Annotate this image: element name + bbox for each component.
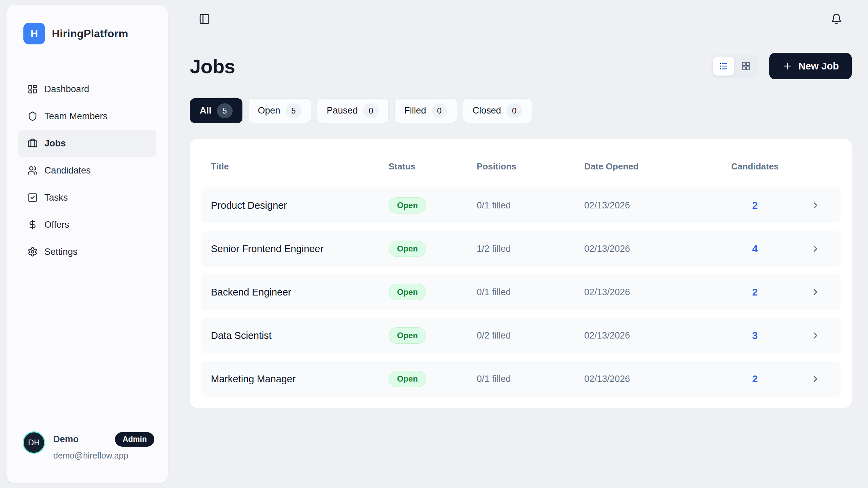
- table-row-product-designer[interactable]: Product Designer Open 0/1 filled 02/13/2…: [201, 187, 841, 223]
- brand: H HiringPlatform: [6, 5, 168, 44]
- table-row-data-scientist[interactable]: Data Scientist Open 0/2 filled 02/13/202…: [201, 318, 841, 353]
- row-chevron[interactable]: [800, 287, 831, 297]
- column-header-title: Title: [211, 161, 389, 172]
- date-opened-cell: 02/13/2026: [584, 244, 710, 254]
- panel-left-icon: [199, 13, 210, 25]
- row-chevron[interactable]: [800, 330, 831, 341]
- filter-count-badge: 0: [432, 103, 447, 118]
- plus-icon: [782, 61, 792, 71]
- filter-tab-filled[interactable]: Filled 0: [394, 98, 457, 123]
- app-root: H HiringPlatform Dashboard Team Members …: [0, 0, 868, 488]
- candidates-count[interactable]: 3: [710, 330, 800, 341]
- grid-view-button[interactable]: [735, 57, 756, 76]
- date-opened-cell: 02/13/2026: [584, 287, 710, 298]
- sidebar-item-dashboard[interactable]: Dashboard: [18, 76, 156, 103]
- user-name: Demo: [53, 434, 79, 445]
- positions-cell: 0/2 filled: [477, 330, 584, 341]
- notifications-button[interactable]: [829, 11, 844, 27]
- candidates-count[interactable]: 4: [710, 243, 800, 255]
- sidebar-item-tasks[interactable]: Tasks: [18, 184, 156, 211]
- date-opened-cell: 02/13/2026: [584, 200, 710, 211]
- status-badge: Open: [389, 197, 426, 214]
- sidebar-item-team-members[interactable]: Team Members: [18, 103, 156, 130]
- avatar-initials: DH: [28, 438, 40, 447]
- chevron-right-icon: [810, 244, 821, 254]
- sidebar-toggle-button[interactable]: [197, 11, 212, 27]
- table-row-backend-engineer[interactable]: Backend Engineer Open 0/1 filled 02/13/2…: [201, 274, 841, 310]
- sidebar: H HiringPlatform Dashboard Team Members …: [6, 5, 168, 483]
- job-title: Marketing Manager: [211, 373, 389, 385]
- filter-label: Closed: [473, 105, 501, 116]
- job-title: Senior Frontend Engineer: [211, 243, 389, 255]
- chevron-right-icon: [810, 330, 821, 341]
- date-opened-cell: 02/13/2026: [584, 374, 710, 384]
- new-job-button[interactable]: New Job: [769, 53, 852, 79]
- filter-tab-all[interactable]: All 5: [190, 98, 242, 123]
- status-badge: Open: [389, 327, 426, 344]
- status-cell: Open: [389, 327, 477, 344]
- sidebar-item-label: Tasks: [44, 192, 68, 203]
- main-area: Jobs New Job: [173, 0, 868, 488]
- status-cell: Open: [389, 197, 477, 214]
- table-row-senior-frontend-engineer[interactable]: Senior Frontend Engineer Open 1/2 filled…: [201, 231, 841, 267]
- filter-tab-closed[interactable]: Closed 0: [463, 98, 532, 123]
- gear-icon: [27, 247, 38, 257]
- sidebar-nav: Dashboard Team Members Jobs Candidates T…: [6, 76, 168, 265]
- list-icon: [718, 61, 729, 71]
- row-chevron[interactable]: [800, 200, 831, 210]
- candidates-count[interactable]: 2: [710, 200, 800, 211]
- status-badge: Open: [389, 241, 426, 257]
- status-cell: Open: [389, 241, 477, 257]
- filter-label: Filled: [404, 105, 426, 116]
- sidebar-item-offers[interactable]: Offers: [18, 211, 156, 238]
- sidebar-item-jobs[interactable]: Jobs: [18, 130, 156, 157]
- role-badge: Admin: [115, 432, 154, 447]
- status-badge: Open: [389, 371, 426, 387]
- row-chevron[interactable]: [800, 374, 831, 384]
- new-job-label: New Job: [798, 61, 839, 72]
- chevron-right-icon: [810, 374, 821, 384]
- user-info: Demo Admin demo@hireflow.app: [53, 431, 154, 461]
- candidates-count[interactable]: 2: [710, 287, 800, 298]
- status-badge: Open: [389, 284, 426, 300]
- job-title: Product Designer: [211, 200, 389, 211]
- chevron-right-icon: [810, 200, 821, 210]
- table-row-marketing-manager[interactable]: Marketing Manager Open 0/1 filled 02/13/…: [201, 361, 841, 397]
- column-header-positions: Positions: [477, 161, 584, 172]
- sidebar-item-settings[interactable]: Settings: [18, 238, 156, 265]
- user-profile[interactable]: DH Demo Admin demo@hireflow.app: [6, 431, 168, 483]
- bell-icon: [831, 13, 842, 25]
- content: Jobs New Job: [173, 38, 868, 408]
- topbar: [173, 0, 868, 38]
- shield-icon: [27, 111, 38, 121]
- sidebar-item-label: Settings: [44, 247, 78, 257]
- dollar-icon: [27, 220, 38, 230]
- column-header-date-opened: Date Opened: [584, 161, 710, 172]
- filter-label: Paused: [327, 105, 358, 116]
- users-icon: [27, 165, 38, 176]
- filter-tab-open[interactable]: Open 5: [248, 98, 311, 123]
- briefcase-icon: [27, 138, 38, 148]
- column-header-candidates: Candidates: [710, 161, 800, 172]
- filter-count-badge: 5: [217, 103, 233, 118]
- page-title: Jobs: [190, 55, 235, 78]
- date-opened-cell: 02/13/2026: [584, 330, 710, 341]
- status-cell: Open: [389, 371, 477, 387]
- sidebar-item-label: Candidates: [44, 165, 91, 176]
- positions-cell: 0/1 filled: [477, 200, 584, 211]
- view-toggle: [711, 55, 758, 78]
- list-view-button[interactable]: [713, 57, 734, 76]
- status-cell: Open: [389, 284, 477, 300]
- job-title: Backend Engineer: [211, 287, 389, 298]
- candidates-count[interactable]: 2: [710, 373, 800, 385]
- filter-label: Open: [258, 105, 280, 116]
- positions-cell: 0/1 filled: [477, 287, 584, 298]
- grid-icon: [741, 61, 751, 71]
- row-chevron[interactable]: [800, 244, 831, 254]
- sidebar-item-label: Team Members: [44, 111, 107, 122]
- brand-logo-letter: H: [31, 28, 38, 39]
- sidebar-item-candidates[interactable]: Candidates: [18, 157, 156, 184]
- filter-count-badge: 0: [363, 103, 379, 118]
- filter-tab-paused[interactable]: Paused 0: [317, 98, 389, 123]
- job-title: Data Scientist: [211, 330, 389, 341]
